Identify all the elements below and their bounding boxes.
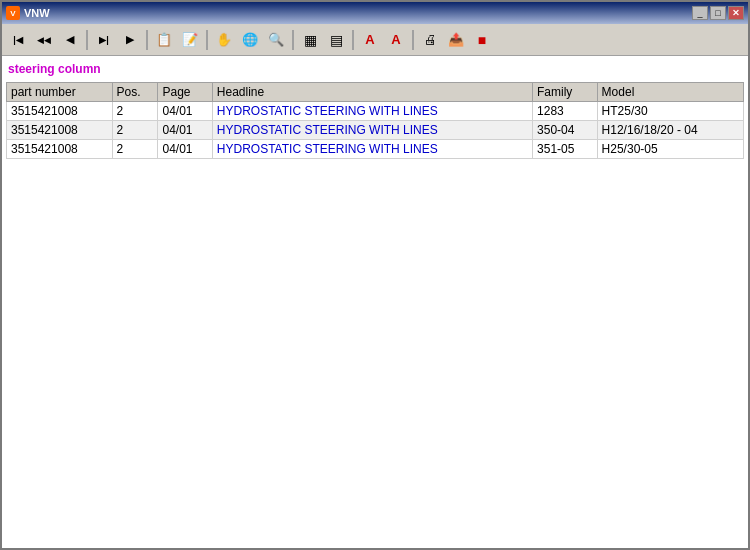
nav-prev-icon: ◀ [66,33,74,46]
search-term: steering column [6,60,744,78]
window-title: VNW [24,7,50,19]
col-header-pos: Pos. [112,83,158,102]
export-icon: 📤 [448,32,464,47]
cell-pos: 2 [112,102,158,121]
table-row[interactable]: 3515421008204/01HYDROSTATIC STEERING WIT… [7,102,744,121]
view1-button[interactable]: ▦ [298,28,322,52]
nav-next-icon: ▶ [126,33,134,46]
cell-pos: 2 [112,121,158,140]
stop-icon: ■ [478,32,486,48]
title-bar-controls: _ □ ✕ [692,6,744,20]
headline-link[interactable]: HYDROSTATIC STEERING WITH LINES [217,142,438,156]
table-row[interactable]: 3515421008204/01HYDROSTATIC STEERING WIT… [7,140,744,159]
results-table: part number Pos. Page Headline Family Mo… [6,82,744,159]
cell-part-number: 3515421008 [7,140,113,159]
minimize-button[interactable]: _ [692,6,708,20]
cell-headline[interactable]: HYDROSTATIC STEERING WITH LINES [212,121,532,140]
col-header-part-number: part number [7,83,113,102]
view1-icon: ▦ [304,32,317,48]
find-a-icon: A [365,32,374,47]
view2-icon: ▤ [330,32,343,48]
nav-next-button[interactable]: ▶ [118,28,142,52]
close-button[interactable]: ✕ [728,6,744,20]
maximize-button[interactable]: □ [710,6,726,20]
cell-family: 351-05 [533,140,598,159]
cell-family: 1283 [533,102,598,121]
globe-button[interactable]: 🌐 [238,28,262,52]
cell-model: H12/16/18/20 - 04 [597,121,743,140]
cell-model: H25/30-05 [597,140,743,159]
col-header-page: Page [158,83,212,102]
find-b-icon: A [391,32,400,47]
toolbar-sep-6 [412,30,414,50]
cell-headline[interactable]: HYDROSTATIC STEERING WITH LINES [212,102,532,121]
toolbar-sep-5 [352,30,354,50]
nav-prev-prev-button[interactable]: ◀◀ [32,28,56,52]
print-button[interactable]: 🖨 [418,28,442,52]
hand-button[interactable]: ✋ [212,28,236,52]
cell-page: 04/01 [158,102,212,121]
title-bar: V VNW _ □ ✕ [2,2,748,24]
cell-headline[interactable]: HYDROSTATIC STEERING WITH LINES [212,140,532,159]
doc2-button[interactable]: 📝 [178,28,202,52]
find-b-button[interactable]: A [384,28,408,52]
nav-prev-button[interactable]: ◀ [58,28,82,52]
content-area: steering column part number Pos. Page He… [2,56,748,548]
toolbar: |◀ ◀◀ ◀ ▶| ▶ 📋 📝 ✋ 🌐 🔍 [2,24,748,56]
stop-button[interactable]: ■ [470,28,494,52]
cell-page: 04/01 [158,121,212,140]
doc2-icon: 📝 [182,32,198,47]
cell-part-number: 3515421008 [7,102,113,121]
cell-part-number: 3515421008 [7,121,113,140]
title-bar-left: V VNW [6,6,50,20]
nav-next-doc-button[interactable]: ▶| [92,28,116,52]
nav-prev-prev-icon: ◀◀ [37,35,51,45]
col-header-headline: Headline [212,83,532,102]
zoom-icon: 🔍 [268,32,284,47]
export-button[interactable]: 📤 [444,28,468,52]
app-icon: V [6,6,20,20]
toolbar-sep-2 [146,30,148,50]
view2-button[interactable]: ▤ [324,28,348,52]
cell-page: 04/01 [158,140,212,159]
cell-family: 350-04 [533,121,598,140]
globe-icon: 🌐 [242,32,258,47]
toolbar-sep-1 [86,30,88,50]
table-header-row: part number Pos. Page Headline Family Mo… [7,83,744,102]
nav-first-icon: |◀ [13,35,23,45]
col-header-family: Family [533,83,598,102]
cell-model: HT25/30 [597,102,743,121]
doc1-button[interactable]: 📋 [152,28,176,52]
table-row[interactable]: 3515421008204/01HYDROSTATIC STEERING WIT… [7,121,744,140]
main-window: V VNW _ □ ✕ |◀ ◀◀ ◀ ▶| ▶ 📋 [0,0,750,550]
col-header-model: Model [597,83,743,102]
nav-first-button[interactable]: |◀ [6,28,30,52]
doc1-icon: 📋 [156,32,172,47]
toolbar-sep-4 [292,30,294,50]
toolbar-sep-3 [206,30,208,50]
nav-next-doc-icon: ▶| [99,35,109,45]
cell-pos: 2 [112,140,158,159]
hand-icon: ✋ [216,32,232,47]
headline-link[interactable]: HYDROSTATIC STEERING WITH LINES [217,104,438,118]
find-a-button[interactable]: A [358,28,382,52]
print-icon: 🖨 [424,32,437,47]
zoom-button[interactable]: 🔍 [264,28,288,52]
headline-link[interactable]: HYDROSTATIC STEERING WITH LINES [217,123,438,137]
